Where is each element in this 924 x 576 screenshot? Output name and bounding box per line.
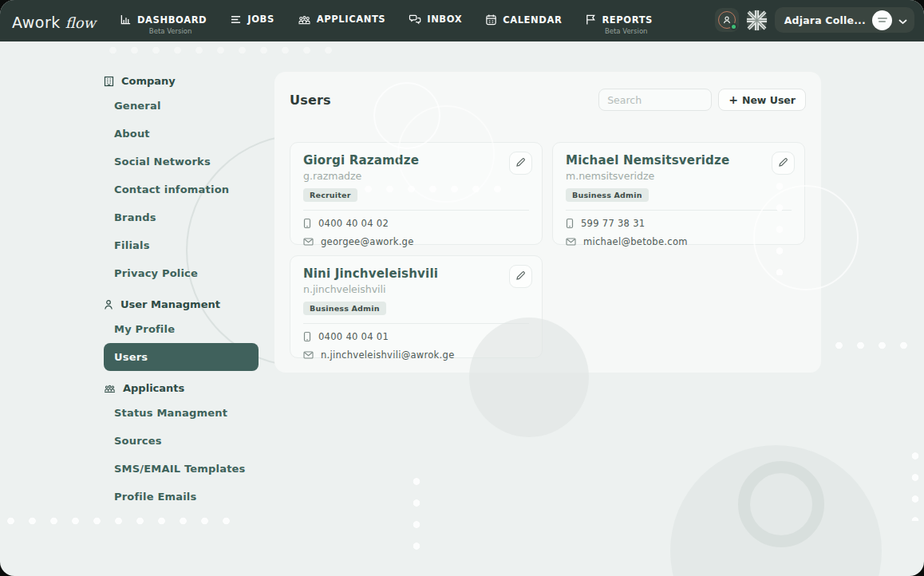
- nav-inbox[interactable]: INBOX: [409, 14, 462, 35]
- user-cards-grid: Giorgi Razamdze g.razmadze Recruiter 040…: [290, 142, 805, 358]
- sidebar-item-profile-emails[interactable]: Profile Emails: [104, 483, 259, 511]
- account-logo-avatar: [872, 10, 892, 30]
- decorative-dots: [911, 445, 919, 521]
- divider: [566, 210, 792, 211]
- sidebar-section-title: Company: [121, 75, 176, 87]
- nav-calendar[interactable]: CALENDAR: [485, 14, 562, 35]
- nav-label: REPORTS: [602, 14, 653, 26]
- user-email: n.jinchveleishvili@awrok.ge: [321, 349, 455, 361]
- role-badge: Business Admin: [303, 302, 386, 315]
- envelope-icon: [303, 351, 314, 359]
- mobile-phone-icon: [303, 218, 311, 229]
- app-window: Awork flow DASHBOARD Beta Version JO: [0, 0, 924, 576]
- edit-user-button[interactable]: [509, 265, 532, 288]
- nav-applicants[interactable]: APPLICANTS: [298, 14, 385, 35]
- sidebar-section-applicants: Applicants: [104, 382, 259, 394]
- phone-row: 0400 40 04 02: [303, 218, 529, 229]
- calendar-icon: [485, 14, 497, 26]
- people-icon: [298, 14, 311, 25]
- user-username: g.razmadze: [303, 170, 529, 182]
- user-email: michael@betobe.com: [583, 236, 688, 247]
- nav-jobs[interactable]: JOBS: [230, 14, 274, 35]
- role-badge: Business Admin: [566, 188, 649, 202]
- group-icon: [104, 383, 116, 393]
- edit-user-button[interactable]: [772, 152, 795, 175]
- list-icon: [230, 14, 242, 25]
- nav-label: CALENDAR: [503, 14, 562, 26]
- divider: [303, 323, 529, 324]
- app-logo[interactable]: Awork flow: [0, 0, 96, 31]
- sidebar-item-sources[interactable]: Sources: [104, 427, 259, 455]
- nav-label: DASHBOARD: [137, 14, 207, 26]
- nav-dashboard[interactable]: DASHBOARD Beta Version: [120, 14, 207, 35]
- phone-row: 599 77 38 31: [566, 218, 792, 229]
- decorative-dots: [0, 517, 235, 525]
- sidebar-item-brands[interactable]: Brands: [104, 203, 259, 231]
- role-badge: Recruiter: [303, 188, 357, 202]
- sidebar-section-title: User Managment: [120, 298, 220, 310]
- top-bar: Awork flow DASHBOARD Beta Version JO: [0, 0, 924, 41]
- user-name: Michael Nemsitsveridze: [566, 153, 792, 168]
- chevron-down-icon: [898, 13, 907, 28]
- email-row: n.jinchveleishvili@awrok.ge: [303, 349, 529, 361]
- sidebar-item-users[interactable]: Users: [104, 343, 259, 371]
- decorative-dots: [413, 471, 421, 562]
- mobile-phone-icon: [566, 218, 574, 229]
- edit-user-button[interactable]: [509, 152, 532, 175]
- sidebar-item-privacy-police[interactable]: Privacy Police: [104, 259, 259, 287]
- sidebar-section-company: Company: [104, 75, 259, 87]
- page-title: Users: [290, 93, 598, 108]
- settings-sidebar: Company General About Social Networks Co…: [104, 64, 259, 511]
- search-input[interactable]: [598, 89, 712, 111]
- user-username: m.nemsitsveridze: [566, 170, 792, 182]
- user-username: n.jinchveleishvili: [303, 283, 529, 295]
- user-name: Giorgi Razamdze: [303, 153, 529, 168]
- beta-version-label: Beta Version: [135, 27, 192, 35]
- user-phone: 0400 40 04 02: [318, 218, 389, 229]
- beta-version-label: Beta Version: [590, 27, 648, 35]
- sidebar-item-contact-infomation[interactable]: Contact infomation: [104, 176, 259, 203]
- sidebar-item-general[interactable]: General: [104, 92, 259, 120]
- email-row: georgee@awork.ge: [303, 236, 529, 247]
- email-row: michael@betobe.com: [566, 236, 792, 247]
- chat-icon: [409, 14, 421, 25]
- pencil-icon: [515, 156, 526, 171]
- sidebar-item-sms-email-templates[interactable]: SMS/EMAIL Templates: [104, 455, 259, 483]
- decorative-dots: [102, 46, 342, 54]
- pencil-icon: [778, 156, 788, 171]
- sidebar-item-about[interactable]: About: [104, 120, 259, 148]
- sidebar-item-social-networks[interactable]: Social Networks: [104, 148, 259, 176]
- plus-icon: +: [729, 94, 738, 105]
- online-status-dot: [730, 23, 737, 30]
- divider: [303, 210, 529, 211]
- users-panel: Users + New User Giorgi Razamdze g.razma…: [274, 72, 821, 373]
- envelope-icon: [303, 238, 314, 246]
- envelope-icon: [566, 238, 576, 246]
- mobile-phone-icon: [303, 331, 311, 342]
- profile-status-button[interactable]: [715, 8, 739, 32]
- flag-icon: [585, 14, 596, 26]
- user-phone: 0400 40 04 01: [318, 331, 389, 342]
- sidebar-item-status-managment[interactable]: Status Managment: [104, 399, 259, 427]
- decorative-blob: [670, 445, 882, 576]
- nav-label: INBOX: [427, 14, 462, 25]
- nav-reports[interactable]: REPORTS Beta Version: [585, 14, 653, 35]
- logo-script-text: flow: [65, 14, 96, 31]
- nav-label: JOBS: [247, 14, 274, 25]
- user-phone: 599 77 38 31: [581, 218, 645, 229]
- user-name: Nini Jinchveleishvili: [303, 266, 529, 281]
- bar-chart-icon: [120, 14, 132, 26]
- decorative-ring: [738, 461, 824, 547]
- sidebar-section-user-managment: User Managment: [104, 298, 259, 310]
- top-nav: DASHBOARD Beta Version JOBS APPLICAN: [120, 0, 676, 35]
- person-icon: [104, 299, 113, 310]
- sidebar-item-my-profile[interactable]: My Profile: [104, 315, 259, 343]
- building-icon: [104, 76, 114, 87]
- new-user-button[interactable]: + New User: [718, 89, 806, 111]
- sidebar-item-filials[interactable]: Filials: [104, 231, 259, 259]
- nav-label: APPLICANTS: [317, 14, 385, 25]
- pencil-icon: [515, 269, 526, 284]
- account-menu[interactable]: Adjara Colle...: [775, 7, 914, 33]
- language-flag-icon[interactable]: [746, 10, 768, 31]
- account-name: Adjara Colle...: [784, 14, 866, 26]
